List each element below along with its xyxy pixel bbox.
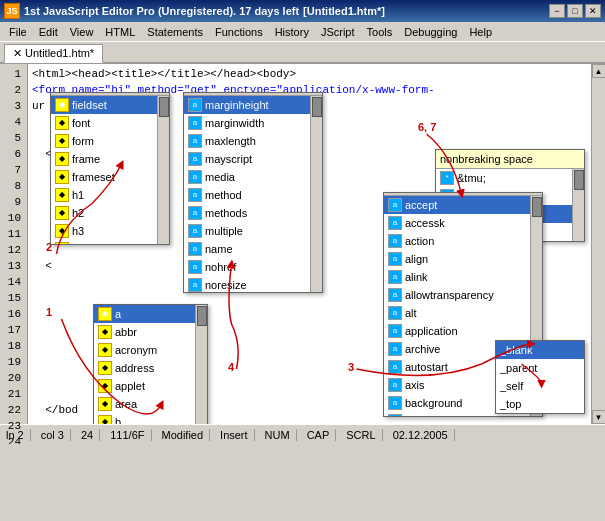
ac1-item-h4[interactable]: ◆ h4 <box>51 240 169 244</box>
menu-functions[interactable]: Functions <box>210 24 268 40</box>
ac5-item-acronym[interactable]: ◆ acronym <box>94 341 207 359</box>
ac1-item-h2[interactable]: ◆ h2 <box>51 204 169 222</box>
ac2-item-marginheight[interactable]: a marginheight <box>184 96 322 114</box>
editor-vscroll[interactable]: ▲ ▼ <box>591 64 605 424</box>
menu-debugging[interactable]: Debugging <box>399 24 462 40</box>
ac5-item-a[interactable]: ◆ a <box>94 305 207 323</box>
menu-history[interactable]: History <box>270 24 314 40</box>
scroll-down-btn[interactable]: ▼ <box>592 410 606 424</box>
line-num-15: 15 <box>4 290 23 306</box>
tab-untitled1[interactable]: ✕ Untitled1.htm* <box>4 44 103 63</box>
ac4-item-action[interactable]: a action <box>384 232 542 250</box>
ac5-item-area[interactable]: ◆ area <box>94 395 207 413</box>
ac1-icon: ◆ <box>55 206 69 220</box>
autocomplete-a-tags[interactable]: ◆ a ◆ abbr ◆ acronym ◆ address ◆ apple <box>93 304 208 424</box>
editor-area: 1 2 3 4 5 6 7 8 9 10 11 12 13 14 15 16 1… <box>0 64 605 424</box>
dropdown-self[interactable]: _self <box>496 377 584 395</box>
ac5-icon: ◆ <box>98 361 112 375</box>
ac3-item-tmu[interactable]: * &tmu; <box>436 169 584 187</box>
ac1-item-frame[interactable]: ◆ frame <box>51 150 169 168</box>
ac2-item-nohref[interactable]: a nohref <box>184 258 322 276</box>
ac4-item-allowtransparency[interactable]: a allowtransparency <box>384 286 542 304</box>
ac2-item-media[interactable]: a media <box>184 168 322 186</box>
ac2-icon: a <box>188 206 202 220</box>
ac1-icon: ◆ <box>55 134 69 148</box>
line-num-4: 4 <box>4 114 23 130</box>
ac1-item-frameset[interactable]: ◆ frameset <box>51 168 169 186</box>
ac2-item-mayscript[interactable]: a mayscript <box>184 150 322 168</box>
ac2-item-methods[interactable]: a methods <box>184 204 322 222</box>
autocomplete-attrs[interactable]: a marginheight a marginwidth a maxlength… <box>183 92 323 293</box>
ac2-icon: a <box>188 242 202 256</box>
menu-file[interactable]: File <box>4 24 32 40</box>
ac5-item-applet[interactable]: ◆ applet <box>94 377 207 395</box>
status-insert: Insert <box>218 429 255 441</box>
ac4-item-alink[interactable]: a alink <box>384 268 542 286</box>
ac5-scrollbar[interactable] <box>195 305 207 424</box>
ac4-item-align[interactable]: a align <box>384 250 542 268</box>
line-num-20: 20 <box>4 370 23 386</box>
ac2-scrollbar[interactable] <box>310 96 322 292</box>
ac4-thumb[interactable] <box>532 197 542 217</box>
menu-help[interactable]: Help <box>464 24 497 40</box>
annotation-3: 3 <box>348 359 354 375</box>
line-num-13: 13 <box>4 258 23 274</box>
menu-html[interactable]: HTML <box>100 24 140 40</box>
menu-edit[interactable]: Edit <box>34 24 63 40</box>
ac2-icon: a <box>188 134 202 148</box>
ac1-icon: ◆ <box>55 170 69 184</box>
ac2-item-multiple[interactable]: a multiple <box>184 222 322 240</box>
maximize-button[interactable]: □ <box>567 4 583 18</box>
status-cap: CAP <box>305 429 337 441</box>
ac1-item-h1[interactable]: ◆ h1 <box>51 186 169 204</box>
ac1-item-h3[interactable]: ◆ h3 <box>51 222 169 240</box>
ac2-item-method[interactable]: a method <box>184 186 322 204</box>
ac3-thumb[interactable] <box>574 170 584 190</box>
dropdown-top[interactable]: _top <box>496 395 584 413</box>
code-editor[interactable]: <html><head><title></title></head><body>… <box>28 64 605 424</box>
ac4-item-alt[interactable]: a alt <box>384 304 542 322</box>
ac2-item-noresize[interactable]: a noresize <box>184 276 322 292</box>
ac2-thumb[interactable] <box>312 97 322 117</box>
ac5-item-b[interactable]: ◆ b <box>94 413 207 424</box>
ac4-icon: a <box>388 306 402 320</box>
ac1-item-form[interactable]: ◆ form <box>51 132 169 150</box>
ac4-icon: a <box>388 270 402 284</box>
minimize-button[interactable]: − <box>549 4 565 18</box>
ac1-item-fieldset[interactable]: ◆ fieldset <box>51 96 169 114</box>
ac2-icon: a <box>188 98 202 112</box>
ac5-item-address[interactable]: ◆ address <box>94 359 207 377</box>
tab-bar: ✕ Untitled1.htm* <box>0 42 605 64</box>
ac5-thumb[interactable] <box>197 306 207 326</box>
ac1-scrollbar[interactable] <box>157 96 169 244</box>
scroll-up-btn[interactable]: ▲ <box>592 64 606 78</box>
ac5-item-abbr[interactable]: ◆ abbr <box>94 323 207 341</box>
ac4-icon: a <box>388 378 402 392</box>
line-num-18: 18 <box>4 338 23 354</box>
ac4-icon: a <box>388 234 402 248</box>
line-num-3: 3 <box>4 98 23 114</box>
menu-jscript[interactable]: JScript <box>316 24 360 40</box>
ac3-scrollbar[interactable] <box>572 169 584 241</box>
annotation-67: 6, 7 <box>418 119 436 135</box>
ac1-icon: ◆ <box>55 188 69 202</box>
ac2-item-maxlength[interactable]: a maxlength <box>184 132 322 150</box>
dropdown-parent[interactable]: _parent <box>496 359 584 377</box>
line-num-23: 23 <box>4 418 23 434</box>
ac1-thumb[interactable] <box>159 97 169 117</box>
autocomplete-tags[interactable]: ◆ fieldset ◆ font ◆ form ◆ frame ◆ fra <box>50 92 170 245</box>
ac4-item-accept[interactable]: a accept <box>384 196 542 214</box>
dropdown-target[interactable]: _blank _parent _self _top <box>495 340 585 414</box>
status-col: col 3 <box>39 429 71 441</box>
ac4-item-accessk[interactable]: a accessk <box>384 214 542 232</box>
ac2-icon: a <box>188 170 202 184</box>
menu-tools[interactable]: Tools <box>362 24 398 40</box>
ac2-item-name[interactable]: a name <box>184 240 322 258</box>
menu-view[interactable]: View <box>65 24 99 40</box>
ac2-item-marginwidth[interactable]: a marginwidth <box>184 114 322 132</box>
menu-statements[interactable]: Statements <box>142 24 208 40</box>
ac1-item-font[interactable]: ◆ font <box>51 114 169 132</box>
ac4-item-application[interactable]: a application <box>384 322 542 340</box>
close-button[interactable]: ✕ <box>585 4 601 18</box>
dropdown-blank[interactable]: _blank <box>496 341 584 359</box>
